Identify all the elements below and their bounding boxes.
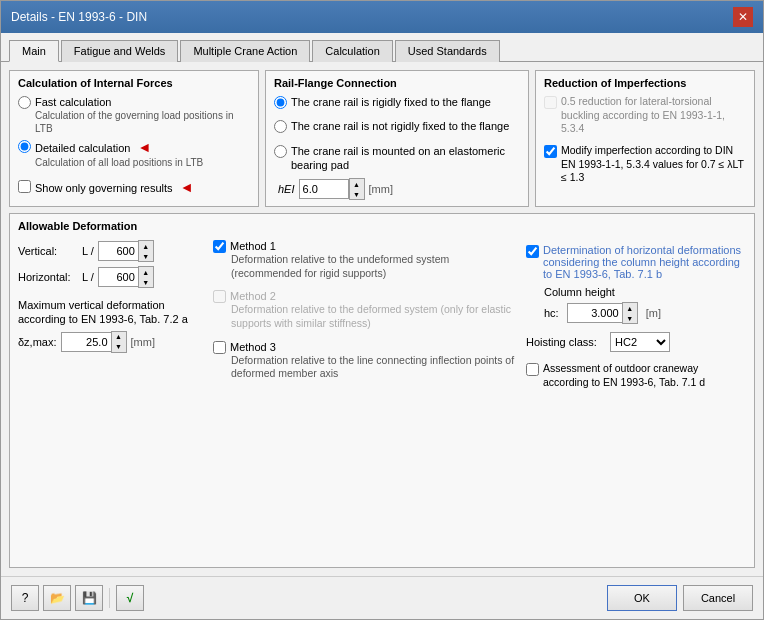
calc-radio-group: Fast calculation Calculation of the gove… [18, 95, 250, 169]
method3-label[interactable]: Method 3 [230, 341, 276, 353]
tabs-container: Main Fatigue and Welds Multiple Crane Ac… [1, 33, 763, 62]
hc-label: hc: [544, 307, 559, 319]
deformation-title: Allowable Deformation [18, 220, 746, 232]
reduction-title: Reduction of Imperfections [544, 77, 746, 89]
horiz-deform-label[interactable]: Determination of horizontal deformations… [543, 244, 746, 280]
delta-input[interactable] [61, 332, 111, 352]
close-button[interactable]: ✕ [733, 7, 753, 27]
reduction-checkbox-2[interactable] [544, 145, 557, 158]
method-2-item: Method 2 Deformation relative to the def… [213, 290, 516, 330]
tool-btn-4[interactable]: √ [116, 585, 144, 611]
column-height-section: Column height hc: ▲ ▼ [m] [544, 286, 746, 324]
detailed-calc-label[interactable]: Detailed calculation [35, 142, 130, 154]
method1-checkbox[interactable] [213, 240, 226, 253]
hei-up-btn[interactable]: ▲ [350, 179, 364, 189]
hc-spinner-buttons: ▲ ▼ [622, 302, 638, 324]
bottom-left: ? 📂 💾 √ [11, 585, 144, 611]
method2-desc: Deformation relative to the deformed sys… [231, 303, 516, 330]
vertical-row: Vertical: L / ▲ ▼ [18, 240, 203, 262]
show-governing-checkbox[interactable] [18, 180, 31, 193]
title-bar: Details - EN 1993-6 - DIN ✕ [1, 1, 763, 33]
reduction-check-2: Modify imperfection according to DIN EN … [544, 144, 746, 185]
horizontal-down-btn[interactable]: ▼ [139, 277, 153, 287]
hc-up-btn[interactable]: ▲ [623, 303, 637, 313]
delta-down-btn[interactable]: ▼ [112, 342, 126, 352]
max-vert-section: Maximum vertical deformation according t… [18, 298, 203, 353]
tab-used-standards[interactable]: Used Standards [395, 40, 500, 62]
outdoor-label[interactable]: Assessment of outdoor craneway according… [543, 362, 746, 389]
dialog-window: Details - EN 1993-6 - DIN ✕ Main Fatigue… [0, 0, 764, 620]
method3-checkbox[interactable] [213, 341, 226, 354]
method1-desc: Deformation relative to the undeformed s… [231, 253, 516, 280]
tab-multiple-crane[interactable]: Multiple Crane Action [180, 40, 310, 62]
horiz-deform-checkbox[interactable] [526, 245, 539, 258]
reduction-check-1: 0.5 reduction for lateral-torsional buck… [544, 95, 746, 136]
tool-btn-2[interactable]: 📂 [43, 585, 71, 611]
horizontal-input[interactable] [98, 267, 138, 287]
delta-label: δz,max: [18, 336, 57, 348]
horizontal-up-btn[interactable]: ▲ [139, 267, 153, 277]
hc-input[interactable] [567, 303, 622, 323]
vertical-label: Vertical: [18, 245, 78, 257]
vertical-spinner-buttons: ▲ ▼ [138, 240, 154, 262]
deformation-panel: Allowable Deformation Vertical: L / ▲ ▼ [9, 213, 755, 568]
vertical-l: L / [82, 245, 94, 257]
show-governing-label[interactable]: Show only governing results ◄ [35, 179, 194, 195]
rail-radio-2[interactable] [274, 120, 287, 133]
hc-down-btn[interactable]: ▼ [623, 313, 637, 323]
rail-label-2[interactable]: The crane rail is not rigidly fixed to t… [291, 119, 509, 133]
content-area: Calculation of Internal Forces Fast calc… [1, 62, 763, 576]
hei-down-btn[interactable]: ▼ [350, 189, 364, 199]
fast-calc-label[interactable]: Fast calculation [35, 96, 111, 108]
tab-main[interactable]: Main [9, 40, 59, 62]
cancel-button[interactable]: Cancel [683, 585, 753, 611]
col-height-title: Column height [544, 286, 746, 298]
method-1-header: Method 1 [213, 240, 516, 253]
hoisting-row: Hoisting class: HC1 HC2 HC3 HC4 [526, 332, 746, 352]
method2-checkbox[interactable] [213, 290, 226, 303]
outdoor-checkbox[interactable] [526, 363, 539, 376]
reduction-checkbox-1[interactable] [544, 96, 557, 109]
detailed-calc-option: Detailed calculation ◄ Calculation of al… [18, 139, 250, 168]
rail-label-3[interactable]: The crane rail is mounted on an elastome… [291, 144, 520, 173]
horizontal-spinner: ▲ ▼ [98, 266, 154, 288]
rail-radio-3[interactable] [274, 145, 287, 158]
rail-radio-group: The crane rail is rigidly fixed to the f… [274, 95, 520, 172]
toolbar-separator [109, 588, 110, 608]
vertical-up-btn[interactable]: ▲ [139, 241, 153, 251]
method-3-header: Method 3 [213, 341, 516, 354]
rail-radio-1[interactable] [274, 96, 287, 109]
hei-row: hEI ▲ ▼ [mm] [274, 178, 520, 200]
rail-option-1: The crane rail is rigidly fixed to the f… [274, 95, 520, 109]
method1-label[interactable]: Method 1 [230, 240, 276, 252]
hei-input[interactable] [299, 179, 349, 199]
ok-button[interactable]: OK [607, 585, 677, 611]
vertical-spinner: ▲ ▼ [98, 240, 154, 262]
detailed-calc-radio[interactable] [18, 140, 31, 153]
vertical-input[interactable] [98, 241, 138, 261]
hoisting-select[interactable]: HC1 HC2 HC3 HC4 [610, 332, 670, 352]
delta-row: δz,max: ▲ ▼ [mm] [18, 331, 203, 353]
arrow-icon-2: ◄ [180, 179, 194, 195]
hei-spinner-buttons: ▲ ▼ [349, 178, 365, 200]
rail-label-1[interactable]: The crane rail is rigidly fixed to the f… [291, 95, 491, 109]
horizontal-spinner-buttons: ▲ ▼ [138, 266, 154, 288]
reduction-label-2[interactable]: Modify imperfection according to DIN EN … [561, 144, 746, 185]
method3-desc: Deformation relative to the line connect… [231, 354, 516, 381]
fast-calc-radio[interactable] [18, 96, 31, 109]
delta-unit: [mm] [131, 336, 155, 348]
tab-calculation[interactable]: Calculation [312, 40, 392, 62]
method2-label[interactable]: Method 2 [230, 290, 276, 302]
tool-btn-1[interactable]: ? [11, 585, 39, 611]
arrow-icon-1: ◄ [137, 139, 151, 155]
tab-fatigue-welds[interactable]: Fatigue and Welds [61, 40, 179, 62]
method-3-item: Method 3 Deformation relative to the lin… [213, 341, 516, 381]
deform-right: Determination of horizontal deformations… [526, 240, 746, 389]
reduction-label-1[interactable]: 0.5 reduction for lateral-torsional buck… [561, 95, 746, 136]
delta-up-btn[interactable]: ▲ [112, 332, 126, 342]
col-height-row: hc: ▲ ▼ [m] [544, 302, 746, 324]
tool-btn-3[interactable]: 💾 [75, 585, 103, 611]
detailed-calc-sub: Calculation of all load positions in LTB [35, 157, 203, 168]
vertical-down-btn[interactable]: ▼ [139, 251, 153, 261]
delta-spinner: ▲ ▼ [61, 331, 127, 353]
